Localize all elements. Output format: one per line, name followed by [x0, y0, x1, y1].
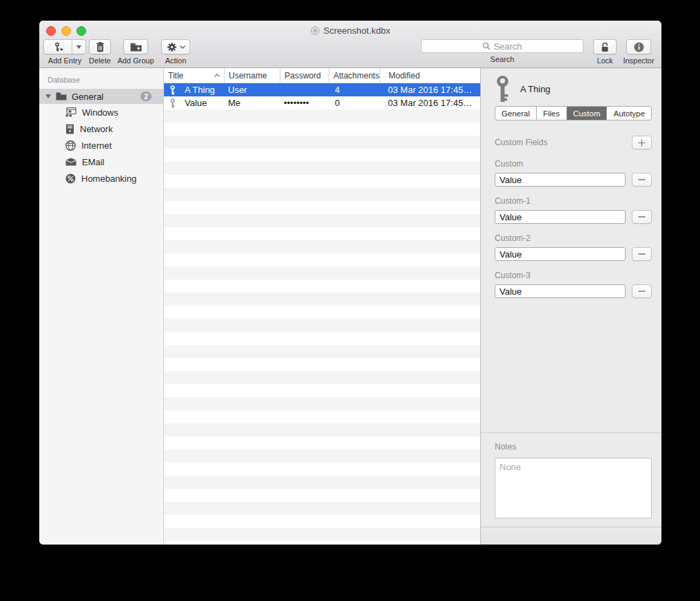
action-label: Action — [165, 56, 187, 65]
field-label: Custom-2 — [495, 233, 652, 243]
key-icon — [164, 98, 181, 108]
table-row[interactable]: Value Me •••••••• 0 03 Mar 2016 17:45… — [164, 96, 480, 109]
trash-icon — [96, 42, 105, 52]
delete-button[interactable] — [89, 39, 111, 54]
lock-label: Lock — [597, 56, 612, 65]
content-area: Database General 2 — [39, 68, 661, 545]
sidebar-section-header: Database — [48, 76, 163, 84]
custom-field-group: Custom-2 — [495, 233, 652, 261]
custom-field-group: Custom — [495, 159, 652, 187]
column-header-username[interactable]: Username — [224, 68, 280, 83]
chevron-down-icon — [180, 45, 185, 49]
add-group-label: Add Group — [117, 56, 154, 65]
add-entry-dropdown[interactable] — [72, 45, 85, 49]
sidebar-item-label: General — [72, 92, 103, 102]
notes-textarea[interactable] — [495, 458, 652, 518]
delete-label: Delete — [89, 56, 111, 65]
remove-field-button[interactable] — [632, 210, 652, 224]
remove-field-button[interactable] — [632, 247, 652, 261]
cell-title: A Thing — [181, 85, 224, 95]
column-header-attachments[interactable]: Attachments — [329, 68, 380, 83]
entry-rows: A Thing User 4 03 Mar 2016 17:45… Value … — [164, 83, 480, 545]
inspector-entry-title: A Thing — [520, 84, 550, 94]
disclosure-triangle-icon[interactable] — [45, 94, 51, 98]
inspector-bottom-bar — [481, 527, 661, 545]
column-header-modified[interactable]: Modified — [380, 68, 480, 83]
tab-general[interactable]: General — [495, 107, 536, 120]
sidebar-item-internet[interactable]: Internet — [39, 137, 163, 154]
lock-button[interactable] — [593, 39, 617, 54]
search-group: Search Search — [420, 39, 584, 63]
sidebar-item-windows[interactable]: Windows — [39, 104, 163, 120]
add-group-group: Add Group — [115, 39, 156, 65]
tab-autotype[interactable]: Autotype — [606, 107, 651, 120]
padlock-open-icon — [600, 42, 610, 52]
sidebar: Database General 2 — [39, 68, 164, 545]
sidebar-item-general[interactable]: General 2 — [39, 89, 163, 104]
table-row[interactable]: A Thing User 4 03 Mar 2016 17:45… — [164, 83, 480, 96]
window-title: Screenshot.kdbx — [39, 25, 661, 36]
inspector-content: A Thing General Files Custom Autotype Cu… — [481, 68, 661, 298]
network-icon — [65, 124, 74, 134]
field-label: Custom-1 — [495, 196, 652, 206]
cell-password: •••••••• — [280, 98, 329, 108]
document-proxy-icon — [311, 26, 320, 35]
tab-files[interactable]: Files — [536, 107, 566, 120]
remove-field-button[interactable] — [632, 173, 652, 187]
column-header-title[interactable]: Title — [164, 68, 224, 83]
cell-username: Me — [224, 98, 280, 108]
action-button[interactable] — [161, 39, 190, 54]
inspector-tabs: General Files Custom Autotype — [495, 106, 652, 120]
add-entry-group: Add Entry — [43, 39, 86, 65]
folder-plus-icon — [130, 43, 142, 52]
cell-attachments: 0 — [329, 98, 380, 108]
entry-count-badge: 2 — [141, 92, 152, 101]
add-group-button[interactable] — [123, 39, 148, 54]
sidebar-item-label: Homebanking — [81, 173, 136, 184]
internet-icon — [65, 140, 76, 151]
titlebar-toolbar: Screenshot.kdbx Add Entry — [39, 21, 661, 68]
sidebar-item-homebanking[interactable]: Homebanking — [39, 170, 163, 187]
column-header-password[interactable]: Password — [280, 68, 329, 83]
magnifier-icon — [482, 42, 491, 50]
sidebar-item-label: Internet — [81, 140, 112, 151]
sidebar-item-network[interactable]: Network — [39, 120, 163, 137]
windows-icon — [65, 107, 76, 117]
app-window: Screenshot.kdbx Add Entry — [39, 21, 661, 545]
sort-ascending-icon — [214, 74, 220, 77]
cell-modified: 03 Mar 2016 17:45… — [380, 98, 480, 108]
custom-fields-header: Custom Fields — [495, 136, 652, 149]
field-value-input[interactable] — [495, 247, 626, 261]
sidebar-item-email[interactable]: EMail — [39, 154, 163, 170]
inspector-label: Inspector — [623, 56, 654, 65]
inspector-panel: A Thing General Files Custom Autotype Cu… — [480, 68, 661, 545]
custom-fields-label: Custom Fields — [495, 138, 548, 147]
cell-title: Value — [181, 98, 224, 108]
email-icon — [65, 158, 76, 166]
inspector-button[interactable] — [626, 39, 651, 54]
search-label: Search — [491, 55, 515, 63]
custom-field-group: Custom-1 — [495, 196, 652, 224]
field-value-input[interactable] — [495, 210, 626, 224]
search-input[interactable]: Search — [421, 39, 584, 53]
remove-field-button[interactable] — [632, 284, 652, 298]
field-value-input[interactable] — [495, 284, 626, 298]
minus-icon — [638, 216, 646, 218]
cell-modified: 03 Mar 2016 17:45… — [380, 85, 480, 95]
sidebar-item-label: Network — [80, 124, 113, 134]
inspector-group: Inspector — [620, 39, 657, 65]
sidebar-item-label: EMail — [82, 157, 105, 167]
plus-icon — [638, 139, 646, 147]
add-field-button[interactable] — [632, 136, 652, 149]
cell-attachments: 4 — [329, 85, 380, 95]
sidebar-children: Windows Network — [39, 104, 163, 187]
lock-group: Lock — [591, 39, 619, 65]
minus-icon — [638, 253, 646, 255]
inspector-header: A Thing — [495, 75, 652, 103]
window-title-text: Screenshot.kdbx — [324, 25, 391, 36]
search-placeholder: Search — [493, 41, 522, 52]
add-entry-button[interactable] — [43, 39, 86, 54]
field-value-input[interactable] — [495, 173, 626, 187]
tab-custom[interactable]: Custom — [566, 107, 607, 120]
homebanking-icon — [65, 173, 76, 184]
